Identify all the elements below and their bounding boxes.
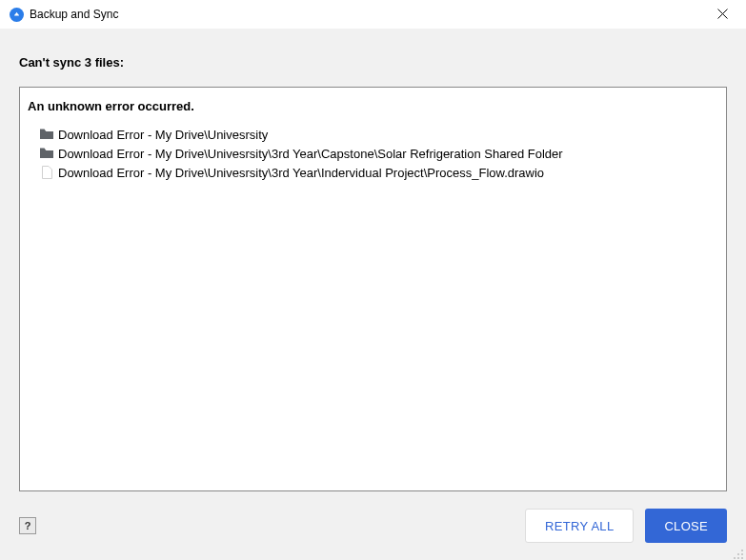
resize-grip-icon[interactable] bbox=[733, 547, 744, 558]
list-item[interactable]: Download Error - My Drive\Univesrsity bbox=[28, 125, 718, 144]
file-icon bbox=[39, 165, 54, 180]
svg-point-6 bbox=[741, 557, 743, 559]
list-item[interactable]: Download Error - My Drive\Univesrsity\3r… bbox=[28, 163, 718, 182]
content-area: Can't sync 3 files: An unknown error occ… bbox=[0, 29, 746, 510]
error-header: An unknown error occurred. bbox=[28, 99, 718, 113]
list-item[interactable]: Download Error - My Drive\Univesrsity\3r… bbox=[28, 144, 718, 163]
titlebar: Backup and Sync bbox=[0, 0, 746, 29]
close-button[interactable]: CLOSE bbox=[645, 509, 727, 543]
error-text: Download Error - My Drive\Univesrsity\3r… bbox=[58, 147, 563, 161]
help-label: ? bbox=[25, 520, 31, 531]
footer-buttons: RETRY ALL CLOSE bbox=[525, 509, 727, 543]
window-title: Backup and Sync bbox=[30, 8, 118, 21]
retry-all-button[interactable]: RETRY ALL bbox=[525, 509, 634, 543]
error-text: Download Error - My Drive\Univesrsity bbox=[58, 128, 268, 142]
close-icon[interactable] bbox=[708, 0, 736, 29]
titlebar-left: Backup and Sync bbox=[10, 8, 118, 22]
svg-point-3 bbox=[741, 550, 743, 551]
svg-point-5 bbox=[737, 553, 739, 555]
app-cloud-icon bbox=[10, 8, 24, 22]
error-text: Download Error - My Drive\Univesrsity\3r… bbox=[58, 166, 544, 180]
svg-point-4 bbox=[741, 553, 743, 555]
folder-icon bbox=[39, 146, 54, 161]
folder-icon bbox=[39, 127, 54, 142]
footer: ? RETRY ALL CLOSE bbox=[19, 509, 727, 543]
svg-point-8 bbox=[734, 557, 736, 559]
error-list-box: An unknown error occurred. Download Erro… bbox=[19, 87, 727, 491]
close-label: CLOSE bbox=[664, 519, 708, 533]
help-button[interactable]: ? bbox=[19, 517, 36, 534]
retry-label: RETRY ALL bbox=[545, 519, 614, 533]
svg-point-7 bbox=[737, 557, 739, 559]
heading: Can't sync 3 files: bbox=[19, 55, 727, 70]
